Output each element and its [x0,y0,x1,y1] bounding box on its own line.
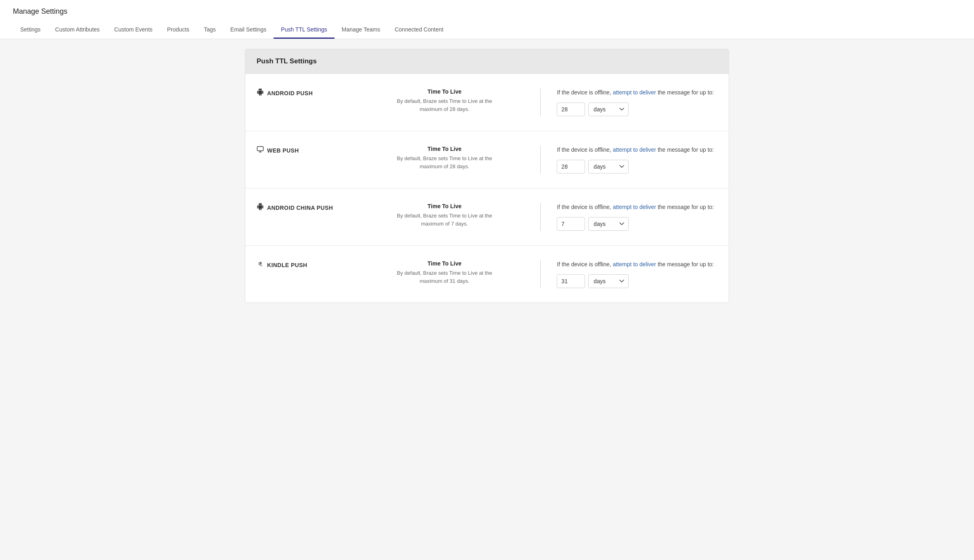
tab-email-settings[interactable]: Email Settings [223,22,274,39]
tab-custom-attributes[interactable]: Custom Attributes [48,22,107,39]
push-section-web-push: WEB PUSH Time To Live By default, Braze … [245,131,729,188]
android-icon [257,88,264,98]
push-control-android-china-push: If the device is offline, attempt to del… [554,203,717,231]
tab-custom-events[interactable]: Custom Events [107,22,160,39]
push-sections: ANDROID PUSH Time To Live By default, Br… [245,74,729,303]
push-label-kindle-push: KINDLE PUSH [257,260,362,270]
attempt-deliver-link-android-push[interactable]: attempt to deliver [613,89,656,96]
main-content: Push TTL Settings ANDROID PUSH Time To L… [0,39,974,313]
push-label-android-china-push: ANDROID CHINA PUSH [257,203,362,212]
push-control-kindle-push: If the device is offline, attempt to del… [554,260,717,288]
push-name-kindle-push: KINDLE PUSH [267,262,307,268]
ttl-number-input-web-push[interactable] [557,160,585,173]
push-section-android-push: ANDROID PUSH Time To Live By default, Br… [245,74,729,131]
ttl-desc-android-china-push: By default, Braze sets Time to Live at t… [378,212,511,228]
ttl-unit-select-web-push[interactable]: secondsminuteshoursdays [588,160,629,173]
tab-settings[interactable]: Settings [13,22,48,39]
offline-text-android-china-push: If the device is offline, attempt to del… [557,203,717,211]
input-row-android-push: secondsminuteshoursdays [557,102,717,116]
settings-card: Push TTL Settings ANDROID PUSH Time To L… [245,49,729,303]
section-divider-android-push [540,88,541,116]
input-row-kindle-push: secondsminuteshoursdays [557,274,717,288]
page-title: Manage Settings [13,7,961,16]
ttl-number-input-android-china-push[interactable] [557,217,585,231]
amazon-icon [257,260,264,270]
ttl-number-input-kindle-push[interactable] [557,274,585,288]
svg-rect-0 [257,146,263,151]
attempt-deliver-link-kindle-push[interactable]: attempt to deliver [613,261,656,267]
push-ttl-info-android-china-push: Time To Live By default, Braze sets Time… [362,203,527,228]
push-name-android-push: ANDROID PUSH [267,90,313,96]
section-divider-kindle-push [540,260,541,288]
ttl-title-web-push: Time To Live [378,146,511,152]
push-name-web-push: WEB PUSH [267,147,299,154]
push-ttl-info-android-push: Time To Live By default, Braze sets Time… [362,88,527,113]
section-divider-android-china-push [540,203,541,231]
push-label-web-push: WEB PUSH [257,146,362,155]
monitor-icon [257,146,264,155]
push-ttl-info-web-push: Time To Live By default, Braze sets Time… [362,146,527,170]
tab-manage-teams[interactable]: Manage Teams [334,22,387,39]
input-row-android-china-push: secondsminuteshoursdays [557,217,717,231]
ttl-unit-select-kindle-push[interactable]: secondsminuteshoursdays [588,274,629,288]
offline-text-android-push: If the device is offline, attempt to del… [557,88,717,97]
push-section-android-china-push: ANDROID CHINA PUSH Time To Live By defau… [245,188,729,246]
push-control-android-push: If the device is offline, attempt to del… [554,88,717,116]
push-section-kindle-push: KINDLE PUSH Time To Live By default, Bra… [245,246,729,303]
attempt-deliver-link-android-china-push[interactable]: attempt to deliver [613,204,656,210]
push-name-android-china-push: ANDROID CHINA PUSH [267,205,333,211]
ttl-unit-select-android-china-push[interactable]: secondsminuteshoursdays [588,217,629,231]
ttl-desc-kindle-push: By default, Braze sets Time to Live at t… [378,269,511,285]
push-control-web-push: If the device is offline, attempt to del… [554,146,717,173]
offline-text-web-push: If the device is offline, attempt to del… [557,146,717,154]
tab-products[interactable]: Products [160,22,196,39]
push-ttl-info-kindle-push: Time To Live By default, Braze sets Time… [362,260,527,285]
push-label-android-push: ANDROID PUSH [257,88,362,98]
ttl-desc-web-push: By default, Braze sets Time to Live at t… [378,155,511,170]
ttl-number-input-android-push[interactable] [557,102,585,116]
nav-tabs: SettingsCustom AttributesCustom EventsPr… [13,22,961,39]
page-header: Manage Settings SettingsCustom Attribute… [0,0,974,39]
tab-push-ttl[interactable]: Push TTL Settings [274,22,334,39]
ttl-title-android-china-push: Time To Live [378,203,511,209]
input-row-web-push: secondsminuteshoursdays [557,160,717,173]
android-icon [257,203,264,212]
attempt-deliver-link-web-push[interactable]: attempt to deliver [613,146,656,153]
ttl-desc-android-push: By default, Braze sets Time to Live at t… [378,97,511,113]
ttl-unit-select-android-push[interactable]: secondsminuteshoursdays [588,102,629,116]
tab-connected-content[interactable]: Connected Content [387,22,451,39]
offline-text-kindle-push: If the device is offline, attempt to del… [557,260,717,269]
card-title: Push TTL Settings [257,57,717,65]
ttl-title-android-push: Time To Live [378,88,511,95]
tab-tags[interactable]: Tags [196,22,223,39]
card-header: Push TTL Settings [245,49,729,74]
section-divider-web-push [540,146,541,173]
ttl-title-kindle-push: Time To Live [378,260,511,267]
